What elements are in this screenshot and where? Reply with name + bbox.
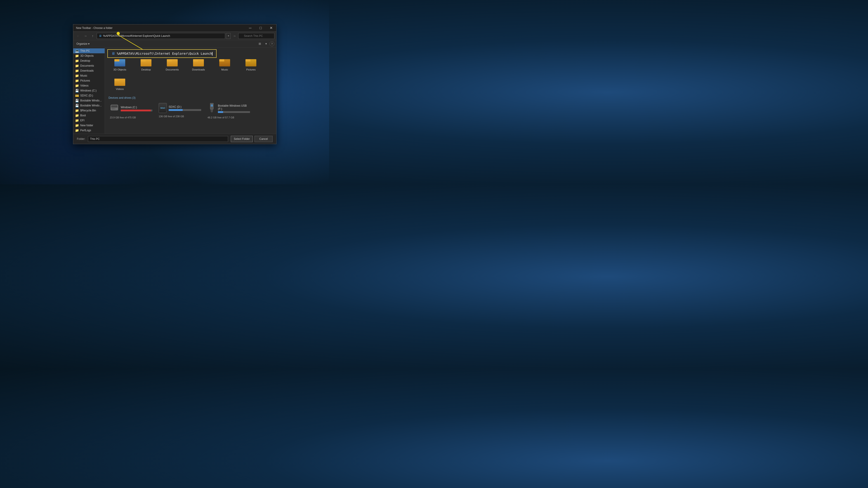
folder-item-pictures[interactable]: Pictures xyxy=(240,57,262,72)
folder-label-documents: Documents xyxy=(162,68,182,71)
address-bar-row: ← → ↑ 🖥 %APPDATA%\Microsoft\Internet Exp… xyxy=(73,32,276,40)
sidebar-item-bootable-1[interactable]: 💾 Bootable Windo... xyxy=(73,98,105,103)
search-wrapper: 🔍 xyxy=(238,33,274,39)
sidebar-item-videos[interactable]: 📁 Videos xyxy=(73,83,105,88)
folder-item-videos[interactable]: Videos xyxy=(108,76,131,92)
folder-label-music: Music xyxy=(215,68,235,71)
sidebar-item-desktop[interactable]: 📁 Desktop xyxy=(73,58,105,63)
address-text: %APPDATA%\Microsoft\Internet Explorer\Qu… xyxy=(103,34,223,37)
hdd-icon-windows-c xyxy=(110,103,119,114)
sidebar-item-bootable-2[interactable]: 💾 Bootable Windo... xyxy=(73,103,105,108)
sidebar-label-boot: Boot xyxy=(80,114,103,117)
address-box[interactable]: 🖥 %APPDATA%\Microsoft\Internet Explorer\… xyxy=(97,33,225,39)
sidebar-item-this-pc[interactable]: 💻 This PC xyxy=(73,48,105,53)
bootable-2-icon: 💾 xyxy=(75,104,79,107)
sidebar-item-boot[interactable]: 📁 Boot xyxy=(73,113,105,118)
svg-rect-7 xyxy=(111,106,111,107)
drive-bar-fill-sdxc-d xyxy=(168,109,183,111)
drive-bar-bg-windows-c xyxy=(121,109,152,111)
svg-rect-13 xyxy=(212,104,213,107)
bottom-buttons: Select Folder Cancel xyxy=(231,136,273,142)
sdxc-icon: SDxC xyxy=(159,103,167,113)
folder-item-3d-objects[interactable]: 3D Objects xyxy=(108,57,131,72)
drive-free-bootable-f: 48.2 GB free of 57.7 GB xyxy=(208,116,250,119)
drive-name-bootable-f: Bootable Windows USB (F:) xyxy=(218,104,250,110)
sidebar-item-perflogs[interactable]: 📁 PerfLogs xyxy=(73,128,105,133)
sidebar-item-sdxc-d[interactable]: 💳 SDXC (D:) xyxy=(73,93,105,98)
drive-item-sdxc-d[interactable]: SDxC SDXC (D:) 136 GB free of 238 GB xyxy=(157,102,203,120)
recycle-bin-icon: 📁 xyxy=(75,109,79,112)
3d-objects-icon: 📁 xyxy=(75,54,79,58)
drive-item-windows-c[interactable]: Windows (C:) 23.9 GB free of 475 GB xyxy=(108,102,154,120)
sidebar-item-downloads[interactable]: 📁 Downloads xyxy=(73,68,105,73)
folder-label-3d-objects: 3D Objects xyxy=(110,68,130,71)
search-input[interactable] xyxy=(238,33,274,39)
folder-item-downloads[interactable]: Downloads xyxy=(187,57,210,72)
drive-bar-fill-bootable-f xyxy=(218,111,223,113)
folder-icon-downloads xyxy=(193,58,204,67)
drive-bar-fill-windows-c xyxy=(121,109,151,111)
svg-rect-6 xyxy=(111,109,111,109)
drive-top-windows-c: Windows (C:) xyxy=(110,103,152,114)
folder-label-desktop: Desktop xyxy=(136,68,156,71)
select-folder-button[interactable]: Select Folder xyxy=(231,136,253,142)
folder-item-music[interactable]: Music xyxy=(213,57,236,72)
help-button[interactable]: ? xyxy=(270,41,274,46)
sidebar-label-pictures: Pictures xyxy=(80,79,103,82)
sidebar-label-bootable-1: Bootable Windo... xyxy=(80,99,103,102)
folder-label: Folder: xyxy=(77,137,85,140)
svg-rect-10 xyxy=(211,109,213,111)
drive-info-windows-c: Windows (C:) xyxy=(121,106,152,111)
folder-label-videos: Videos xyxy=(110,88,130,90)
minimize-button[interactable]: ─ xyxy=(245,24,255,31)
address-icon: 🖥 xyxy=(99,34,102,37)
folder-grid: 3D Objects Desktop Documents xyxy=(108,57,273,92)
organize-button[interactable]: Organize ▾ xyxy=(75,40,91,47)
sidebar-item-music[interactable]: 📁 Music xyxy=(73,73,105,78)
folder-item-desktop[interactable]: Desktop xyxy=(135,57,157,72)
pictures-icon: 📁 xyxy=(75,79,79,83)
close-button[interactable]: ✕ xyxy=(266,24,276,31)
svg-rect-9 xyxy=(210,103,213,109)
main-content: Folders (7) 3D Objects Desktop xyxy=(105,47,276,134)
folder-label-pictures: Pictures xyxy=(241,68,261,71)
folder-icon-music xyxy=(219,58,230,67)
svg-rect-5 xyxy=(112,108,115,109)
back-button[interactable]: ← xyxy=(75,33,81,39)
drive-name-sdxc-d: SDXC (D:) xyxy=(168,105,201,108)
sidebar-label-bootable-2: Bootable Windo... xyxy=(80,104,103,107)
sidebar-item-efi[interactable]: 📁 EFI xyxy=(73,118,105,123)
folder-item-documents[interactable]: Documents xyxy=(161,57,184,72)
sidebar-item-recycle-bin[interactable]: 📁 $Recycle.Bin xyxy=(73,108,105,113)
drive-item-bootable-f[interactable]: Bootable Windows USB (F:) 48.2 GB free o… xyxy=(206,102,251,120)
boot-icon: 📁 xyxy=(75,113,79,117)
cancel-button[interactable]: Cancel xyxy=(254,136,273,142)
drive-bar-bg-sdxc-d xyxy=(168,109,201,111)
forward-button[interactable]: → xyxy=(82,33,89,39)
sidebar-label-documents: Documents xyxy=(80,64,103,67)
sidebar-item-documents[interactable]: 📁 Documents xyxy=(73,63,105,68)
view-toggle-button[interactable]: ⊞ xyxy=(257,41,263,47)
sidebar-item-new-folder[interactable]: 📁 New folder xyxy=(73,123,105,128)
view-more-button[interactable]: ▾ xyxy=(263,41,269,47)
folder-icon-3d-objects xyxy=(114,58,125,67)
up-button[interactable]: ↑ xyxy=(90,33,96,39)
bottom-bar: Folder: Select Folder Cancel xyxy=(73,134,276,144)
go-button[interactable]: → xyxy=(231,33,237,39)
toolbar-row: Organize ▾ ⊞ ▾ ? xyxy=(73,40,276,47)
sidebar-label-efi: EFI xyxy=(80,119,103,122)
sidebar-label-sdxc-d: SDXC (D:) xyxy=(80,94,103,97)
folder-label-downloads: Downloads xyxy=(188,68,209,71)
maximize-button[interactable]: □ xyxy=(255,24,266,31)
address-dropdown[interactable]: ▾ xyxy=(226,33,230,39)
bootable-1-icon: 💾 xyxy=(75,99,79,102)
tooltip-icon: 🖥 xyxy=(112,52,115,56)
sidebar-item-windows-c[interactable]: 💾 Windows (C:) xyxy=(73,88,105,93)
sidebar-label-new-folder: New folder xyxy=(80,124,103,127)
folder-input[interactable] xyxy=(88,136,228,142)
address-tooltip: 🖥 %APPDATA%\Microsoft\Internet Explorer\… xyxy=(107,49,217,58)
sidebar-item-pictures[interactable]: 📁 Pictures xyxy=(73,78,105,83)
drives-section-header: Devices and drives (3) xyxy=(108,96,273,99)
sidebar-item-3d-objects[interactable]: 📁 3D Objects xyxy=(73,53,105,58)
this-pc-icon: 💻 xyxy=(75,49,79,53)
